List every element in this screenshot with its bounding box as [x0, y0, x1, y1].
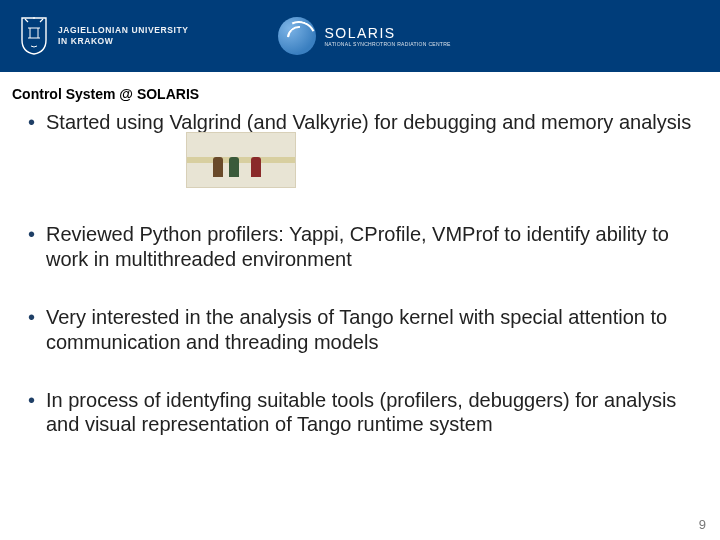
content-area: Started using Valgrind (and Valkyrie) fo…	[0, 106, 720, 540]
ju-logo-block: JAGIELLONIAN UNIVERSITY IN KRAKOW	[18, 16, 188, 56]
bullet-text: Reviewed Python profilers: Yappi, CProfi…	[46, 223, 669, 269]
bullet-item: In process of identyfing suitable tools …	[28, 388, 692, 437]
valkyrie-illustration-icon	[186, 132, 296, 188]
header-band: JAGIELLONIAN UNIVERSITY IN KRAKOW SOLARI…	[0, 0, 720, 72]
bullet-item: Reviewed Python profilers: Yappi, CProfi…	[28, 222, 692, 271]
bullet-item: Very interested in the analysis of Tango…	[28, 305, 692, 354]
ju-name: JAGIELLONIAN UNIVERSITY IN KRAKOW	[58, 25, 188, 46]
solaris-name: SOLARIS	[324, 26, 450, 40]
slide: JAGIELLONIAN UNIVERSITY IN KRAKOW SOLARI…	[0, 0, 720, 540]
solaris-text-block: SOLARIS NATIONAL SYNCHROTRON RADIATION C…	[324, 26, 450, 47]
bullet-item: Started using Valgrind (and Valkyrie) fo…	[28, 110, 692, 188]
ju-name-line2: IN KRAKOW	[58, 36, 188, 47]
solaris-logo-block: SOLARIS NATIONAL SYNCHROTRON RADIATION C…	[278, 17, 450, 55]
bullet-text: In process of identyfing suitable tools …	[46, 389, 676, 435]
bullet-text: Started using Valgrind (and Valkyrie) fo…	[46, 111, 691, 133]
bullet-text: Very interested in the analysis of Tango…	[46, 306, 667, 352]
jagiellonian-crest-icon	[18, 16, 50, 56]
section-title: Control System @ SOLARIS	[0, 72, 720, 106]
solaris-swirl-icon	[278, 17, 316, 55]
page-number: 9	[699, 517, 706, 532]
solaris-subtitle: NATIONAL SYNCHROTRON RADIATION CENTRE	[324, 41, 450, 47]
ju-name-line1: JAGIELLONIAN UNIVERSITY	[58, 25, 188, 36]
